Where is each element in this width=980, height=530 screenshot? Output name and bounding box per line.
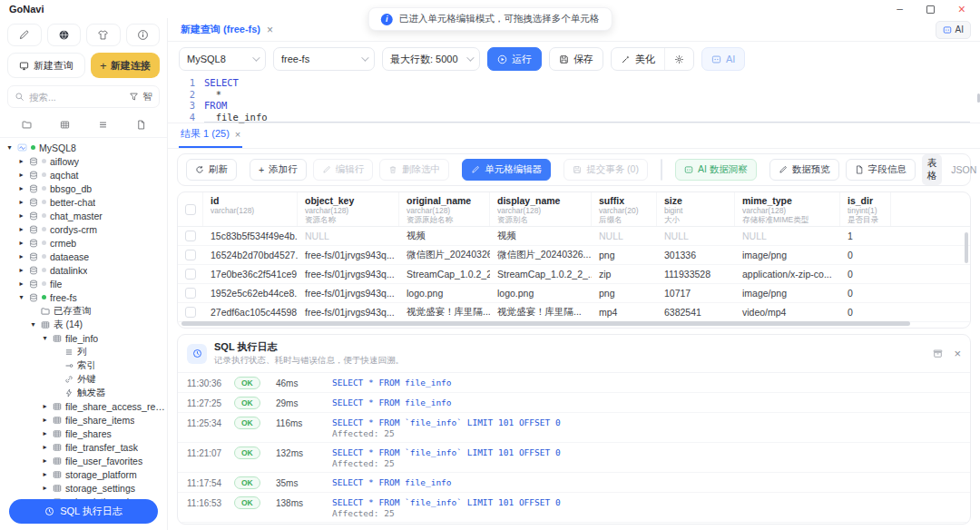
- cell-mime_type[interactable]: NULL: [735, 231, 840, 241]
- cell-is_dir[interactable]: 0: [840, 307, 891, 318]
- max-rows-select[interactable]: 最大行数: 5000: [382, 47, 480, 71]
- tree-item-free-fs[interactable]: ▾free-fs: [5, 290, 167, 304]
- table-row[interactable]: 15c83b5f534f49e4b...NULL视频视频NULLNULLNULL…: [178, 227, 970, 246]
- search-input[interactable]: [29, 92, 124, 103]
- column-header-is_dir[interactable]: is_dir tinyint(1) 是否目录: [840, 192, 891, 226]
- beautify-button[interactable]: 美化: [612, 48, 664, 70]
- tree-item-aqchat[interactable]: ▸aqchat: [5, 168, 167, 182]
- row-checkbox[interactable]: [185, 288, 196, 299]
- pen-button[interactable]: [7, 24, 42, 46]
- tree-item-file_user_favorites[interactable]: ▸file_user_favorites: [5, 454, 167, 467]
- tree-caret-icon[interactable]: ▾: [5, 143, 14, 152]
- tree-caret-icon[interactable]: ▸: [17, 171, 25, 179]
- log-entry[interactable]: 11:27:25OK29msSELECT * FROM file_info: [178, 393, 970, 413]
- globe-button[interactable]: [47, 24, 82, 46]
- filter-icon[interactable]: [129, 92, 139, 102]
- cell-suffix[interactable]: png: [592, 288, 657, 299]
- cell-original_name[interactable]: 视频: [399, 230, 490, 242]
- view-tab-file[interactable]: [127, 115, 154, 133]
- about-button[interactable]: [126, 24, 161, 46]
- sql-editor[interactable]: 1234 SELECT *FROM file_info: [168, 76, 980, 123]
- tree-item-外键[interactable]: 外键: [5, 372, 167, 386]
- cell-size[interactable]: 301336: [657, 250, 735, 260]
- close-log-button[interactable]: ×: [954, 347, 961, 360]
- cell-size[interactable]: NULL: [657, 231, 735, 241]
- cell-suffix[interactable]: NULL: [592, 231, 657, 241]
- cell-id[interactable]: 1952e5c62eb44ce8...: [203, 288, 298, 299]
- column-header-object_key[interactable]: object_key varchar(128) 资源名称: [298, 192, 399, 226]
- tree-caret-icon[interactable]: ▸: [41, 470, 49, 478]
- tree-item-file_share_access_record[interactable]: ▸file_share_access_record: [5, 399, 167, 413]
- log-entry[interactable]: 11:17:54OK35msSELECT * FROM file_info: [178, 473, 970, 493]
- cell-object_key[interactable]: free-fs/01jrvgs943q...: [298, 269, 399, 280]
- new-connection-button[interactable]: + 新建连接: [91, 53, 160, 78]
- cell-suffix[interactable]: zip: [592, 269, 657, 280]
- column-header-original_name[interactable]: original_name varchar(128) 资源原始名称: [399, 192, 490, 226]
- cell-id[interactable]: 16524b2d70bd4527...: [203, 250, 298, 260]
- ai-assist-button[interactable]: AI: [701, 47, 745, 71]
- editor-code[interactable]: SELECT *FROM file_info: [204, 77, 977, 123]
- column-header-id[interactable]: id varchar(128): [203, 192, 298, 226]
- tree-item-bbsgo_db[interactable]: ▸bbsgo_db: [5, 182, 167, 195]
- tree-caret-icon[interactable]: ▸: [17, 157, 25, 165]
- log-entry[interactable]: 11:16:53OK138msSELECT * FROM `file_info`…: [178, 493, 970, 523]
- theme-button[interactable]: [86, 24, 121, 46]
- smart-filter-toggle[interactable]: 智: [143, 91, 153, 103]
- clear-log-button[interactable]: [933, 348, 943, 358]
- save-button[interactable]: 保存: [549, 47, 603, 71]
- tree-caret-icon[interactable]: ▸: [17, 211, 25, 220]
- minimize-button[interactable]: –: [897, 4, 903, 15]
- cell-suffix[interactable]: png: [592, 250, 657, 260]
- column-header-display_name[interactable]: display_name varchar(128) 资源别名: [490, 192, 592, 226]
- field-info-button[interactable]: 字段信息: [846, 159, 916, 181]
- tree-item-aiflowy[interactable]: ▸aiflowy: [5, 154, 167, 168]
- horizontal-scrollbar[interactable]: [181, 321, 910, 326]
- log-entry[interactable]: 11:25:34OK116msSELECT * FROM `file_info`…: [178, 413, 970, 443]
- tree-caret-icon[interactable]: ▾: [29, 320, 37, 329]
- sql-log-button[interactable]: SQL 执行日志: [9, 499, 158, 524]
- cell-mime_type[interactable]: application/x-zip-co...: [735, 269, 840, 280]
- tree-item-crmeb[interactable]: ▸crmeb: [5, 236, 167, 250]
- results-tab[interactable]: 结果 1 (25) ×: [179, 127, 242, 148]
- cell-size[interactable]: 6382541: [657, 307, 735, 318]
- table-row[interactable]: 27edf6ac105c44598...free-fs/01jrvgs943q.…: [178, 303, 970, 322]
- edit-row-button[interactable]: 编辑行: [313, 159, 374, 181]
- table-row[interactable]: 1952e5c62eb44ce8...free-fs/01jrvgs943q..…: [178, 284, 970, 303]
- row-checkbox[interactable]: [185, 250, 196, 260]
- cell-mime_type[interactable]: image/png: [735, 288, 840, 299]
- database-select[interactable]: free-fs: [273, 47, 375, 71]
- cell-original_name[interactable]: 微信图片_20240326...: [399, 249, 490, 261]
- tree-item-better-chat[interactable]: ▸better-chat: [5, 195, 167, 209]
- tree-caret-icon[interactable]: ▾: [41, 334, 49, 342]
- tree-item-datalinkx[interactable]: ▸datalinkx: [5, 263, 167, 277]
- cell-is_dir[interactable]: 0: [840, 269, 891, 280]
- cell-editor-button[interactable]: 单元格编辑器: [462, 159, 551, 181]
- tree-item-chat_master[interactable]: ▸chat_master: [5, 209, 167, 222]
- column-header-size[interactable]: size bigint 大小: [657, 192, 735, 226]
- view-mode-JSON[interactable]: JSON: [951, 164, 976, 175]
- cell-suffix[interactable]: mp4: [592, 307, 657, 318]
- tree-caret-icon[interactable]: ▸: [17, 280, 25, 288]
- refresh-button[interactable]: 刷新: [186, 159, 237, 181]
- cell-is_dir[interactable]: 0: [840, 288, 891, 299]
- view-tab-list[interactable]: [89, 115, 116, 133]
- tree-item-storage_platform[interactable]: ▸storage_platform: [5, 467, 167, 481]
- tree-caret-icon[interactable]: ▸: [41, 416, 49, 424]
- cell-size[interactable]: 111933528: [657, 269, 735, 280]
- cell-display_name[interactable]: 微信图片_20240326...: [490, 249, 592, 261]
- table-row[interactable]: 17e0be36c2f541ce9...free-fs/01jrvgs943q.…: [178, 265, 970, 284]
- row-checkbox[interactable]: [185, 231, 196, 241]
- cell-object_key[interactable]: free-fs/01jrvgs943q...: [298, 288, 399, 299]
- cell-original_name[interactable]: logo.png: [399, 288, 490, 299]
- log-entry[interactable]: 11:30:36OK46msSELECT * FROM file_info: [178, 373, 970, 393]
- column-header-suffix[interactable]: suffix varchar(20) 后缀名: [592, 192, 657, 226]
- tree-item-索引[interactable]: 索引: [5, 358, 167, 372]
- settings-button[interactable]: [664, 48, 693, 70]
- cell-is_dir[interactable]: 1: [840, 231, 891, 241]
- tree-caret-icon[interactable]: ▸: [17, 252, 25, 260]
- commit-button[interactable]: 提交事务 (0): [564, 159, 648, 181]
- select-all-checkbox[interactable]: [185, 204, 196, 215]
- editor-tab-close-icon[interactable]: ×: [267, 24, 273, 36]
- tree-caret-icon[interactable]: ▸: [41, 456, 49, 465]
- tree-caret-icon[interactable]: ▸: [17, 266, 25, 274]
